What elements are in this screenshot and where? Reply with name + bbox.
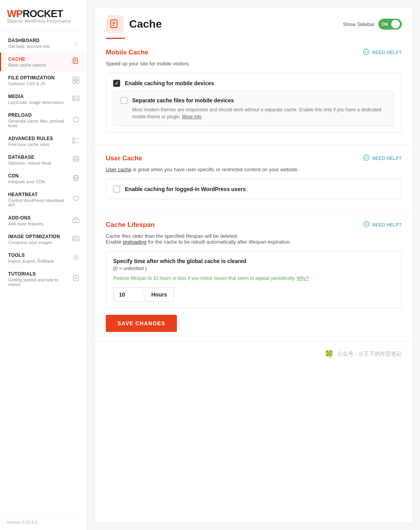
enable-logged-in-label: Enable caching for logged-in WordPress u…	[125, 186, 246, 192]
mobile-cache-section: Mobile Cache NEED HELP? Speed up your si…	[95, 39, 413, 145]
logo-tagline: Superior WordPress Performance	[7, 19, 80, 23]
mobile-cache-header: Mobile Cache NEED HELP?	[106, 48, 402, 57]
unlimited-note: (0 = unlimited )	[113, 265, 147, 271]
tools-icon	[72, 253, 80, 263]
user-cache-option-box: Enable caching for logged-in WordPress u…	[106, 179, 402, 199]
main-content: Cache Show Sidebar ON Mobile Cache NEED …	[88, 0, 420, 530]
sidebar-item-cache[interactable]: CACHE Basic cache options	[0, 53, 87, 71]
toggle-label: ON	[382, 22, 388, 26]
tutorials-icon	[72, 274, 80, 284]
sidebar-item-dashboard[interactable]: DASHBOARD Get help, account info ⌂	[0, 34, 87, 53]
why-link[interactable]: Why?	[297, 276, 309, 281]
watermark-icon: 🍀	[324, 349, 334, 359]
specify-label-row: Specify time after which the global cach…	[113, 258, 394, 272]
lifespan-unit: Hours	[144, 287, 174, 302]
version-label: version 3.15.0.1	[7, 520, 37, 525]
cache-lifespan-header: Cache Lifespan NEED HELP?	[106, 221, 402, 229]
page-header-left: Cache	[106, 15, 162, 33]
heartbeat-icon	[72, 195, 80, 205]
sidebar-footer: version 3.15.0.1	[0, 514, 87, 530]
enable-mobile-row: Enable caching for mobile devices	[113, 79, 394, 87]
logo-wp: WPROCKET	[7, 8, 63, 20]
lifespan-input-row: Hours	[113, 287, 394, 302]
enable-mobile-label: Enable caching for mobile devices	[125, 80, 214, 86]
lifespan-hint: Reduce lifespan to 10 hours or less if y…	[113, 275, 394, 282]
svg-rect-20	[73, 236, 79, 241]
image-optimization-icon	[72, 235, 80, 244]
add-ons-icon	[72, 216, 80, 226]
sidebar-item-tools[interactable]: TOOLS Import, Export, Rollback	[0, 249, 87, 267]
svg-point-14	[73, 156, 79, 158]
enable-mobile-checkbox[interactable]	[113, 80, 120, 87]
watermark: 🍀 公众号 · 小王子的外贸笔记	[95, 342, 413, 367]
user-cache-need-help[interactable]: NEED HELP?	[363, 154, 402, 163]
cache-icon	[72, 57, 80, 67]
cdn-icon	[72, 174, 80, 184]
svg-marker-24	[75, 277, 77, 279]
sidebar-item-advanced-rules[interactable]: ADVANCED RULES Fine-tune cache rules	[0, 132, 87, 151]
preload-icon	[72, 116, 80, 125]
nav-items: DASHBOARD Get help, account info ⌂ CACHE…	[0, 31, 87, 514]
svg-rect-4	[73, 77, 75, 80]
mobile-cache-option-box: Enable caching for mobile devices Separa…	[106, 73, 402, 133]
mobile-cache-need-help[interactable]: NEED HELP?	[363, 48, 402, 57]
dashboard-icon: ⌂	[72, 39, 80, 47]
page-header: Cache Show Sidebar ON	[95, 7, 413, 33]
sidebar-item-cdn[interactable]: CDN Integrate your CDN	[0, 169, 87, 188]
toggle-knob	[391, 20, 400, 28]
svg-point-19	[75, 220, 77, 221]
sidebar-item-file-optimization[interactable]: FILE OPTIMIZATION Optimize CSS & JS	[0, 71, 87, 90]
svg-rect-10	[73, 138, 75, 140]
cache-lifespan-need-help[interactable]: NEED HELP?	[363, 221, 402, 229]
sidebar-item-media[interactable]: MEDIA LazyLoad, image dimensions	[0, 90, 87, 109]
sidebar-item-database[interactable]: DATABASE Optimize, reduce bloat	[0, 151, 87, 169]
save-changes-button[interactable]: SAVE CHANGES	[106, 315, 177, 332]
sidebar-item-add-ons[interactable]: ADD-ONS Add more features	[0, 211, 87, 230]
page-icon	[106, 15, 124, 33]
separate-files-row: Separate cache files for mobile devices	[121, 97, 387, 104]
svg-rect-12	[73, 141, 75, 143]
cache-lifespan-section: Cache Lifespan NEED HELP? Cache files ol…	[95, 211, 413, 342]
mobile-cache-title: Mobile Cache	[106, 49, 149, 56]
separate-files-option: Separate cache files for mobile devices …	[113, 91, 394, 126]
specify-label: Specify time after which the global cach…	[113, 258, 246, 264]
preloading-link[interactable]: preloading	[123, 239, 147, 245]
show-sidebar-label: Show Sidebar	[343, 21, 374, 27]
user-cache-desc: User cache is great when you have user-s…	[106, 167, 402, 172]
more-info-link[interactable]: More info	[182, 114, 201, 119]
lifespan-number-input[interactable]	[113, 287, 144, 302]
page-header-right: Show Sidebar ON	[343, 19, 402, 30]
separate-files-checkbox[interactable]	[121, 97, 128, 104]
svg-rect-8	[73, 96, 79, 101]
mobile-cache-desc: Speed up your site for mobile visitors.	[106, 61, 402, 67]
watermark-text: 公众号 · 小王子的外贸笔记	[337, 351, 402, 358]
logo-area: WPROCKET Superior WordPress Performance	[0, 0, 87, 31]
svg-rect-6	[73, 81, 75, 83]
cache-lifespan-desc: Cache files older than the specified lif…	[106, 233, 402, 245]
cache-lifespan-title: Cache Lifespan	[106, 221, 155, 229]
svg-rect-7	[76, 81, 79, 83]
show-sidebar-toggle[interactable]: ON	[378, 19, 402, 30]
sidebar: WPROCKET Superior WordPress Performance …	[0, 0, 88, 530]
main-inner: Cache Show Sidebar ON Mobile Cache NEED …	[94, 7, 413, 523]
user-cache-section: User Cache NEED HELP? User cache is grea…	[95, 145, 413, 211]
sidebar-item-tutorials[interactable]: TUTORIALS Getting started and how to vid…	[0, 267, 87, 291]
svg-point-9	[74, 97, 75, 99]
advanced-rules-icon	[72, 137, 80, 146]
need-help-icon-3	[363, 221, 370, 229]
media-icon	[72, 95, 80, 104]
user-cache-link[interactable]: User cache	[106, 167, 131, 172]
sidebar-item-heartbeat[interactable]: HEARTBEAT Control WordPress Heartbeat AP…	[0, 188, 87, 211]
svg-point-36	[365, 156, 368, 159]
need-help-icon-2	[363, 154, 370, 163]
sidebar-item-preload[interactable]: PRELOAD Generate cache files, preload fo…	[0, 109, 87, 132]
file-optimization-icon	[72, 76, 80, 86]
enable-logged-in-checkbox[interactable]	[113, 186, 120, 193]
need-help-icon	[363, 48, 370, 57]
user-cache-title: User Cache	[106, 154, 142, 162]
separate-files-desc: Most modern themes are responsive and sh…	[132, 106, 387, 120]
lifespan-option-box: Specify time after which the global cach…	[106, 251, 402, 309]
sidebar-item-image-optimization[interactable]: IMAGE OPTIMIZATION Compress your images	[0, 230, 87, 249]
svg-point-30	[365, 51, 368, 53]
database-icon	[72, 155, 80, 165]
